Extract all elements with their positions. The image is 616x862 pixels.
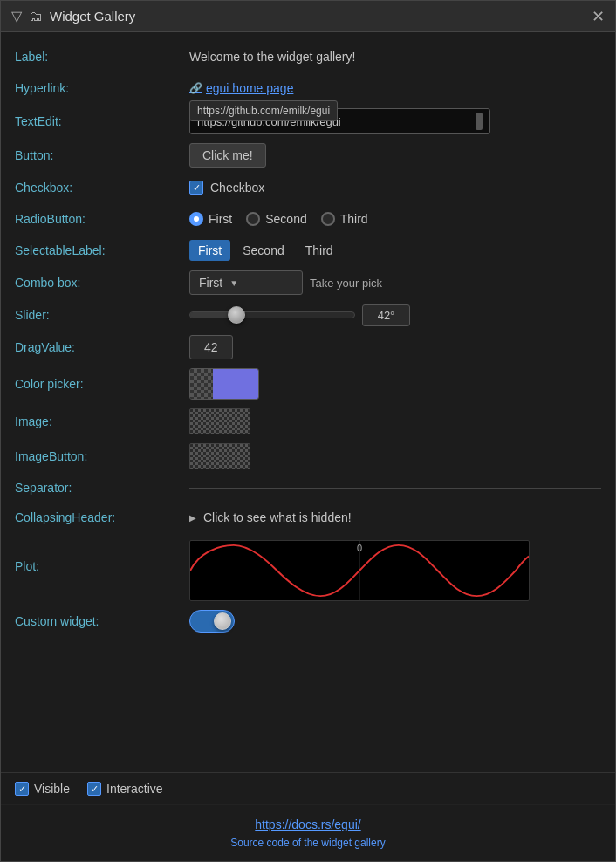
radio-label-third: Third <box>340 212 368 226</box>
hyperlink-wrapper: 🔗 egui home page https://github.com/emil… <box>189 81 293 95</box>
checkbox-label: Checkbox: <box>15 181 189 195</box>
separator-label: Separator: <box>15 481 189 495</box>
button-label: Button: <box>15 148 189 162</box>
plot-area[interactable]: 0 <box>189 540 530 601</box>
hyperlink-link[interactable]: 🔗 egui home page <box>189 81 293 95</box>
plot-value: 0 <box>189 540 601 601</box>
interactive-label: Interactive <box>106 782 163 796</box>
interactive-checkbox-box[interactable]: ✓ <box>87 782 101 796</box>
image-label: Image: <box>15 414 189 428</box>
toggle-thumb <box>214 612 231 630</box>
radio-label-second: Second <box>265 212 306 226</box>
textedit-label: TextEdit: <box>15 114 189 128</box>
image-row: Image: <box>15 404 601 439</box>
visible-checkbox[interactable]: ✓ Visible <box>15 782 70 796</box>
interactive-checkbox[interactable]: ✓ Interactive <box>87 782 163 796</box>
radio-option-third[interactable]: Third <box>321 212 368 226</box>
image-display <box>189 408 250 434</box>
slider-track[interactable] <box>189 311 355 318</box>
window-title: Widget Gallery <box>50 9 135 24</box>
visible-checkbox-box[interactable]: ✓ <box>15 782 29 796</box>
combo-hint-text: Take your pick <box>310 277 382 290</box>
welcome-text: Welcome to the widget gallery! <box>189 50 355 64</box>
combo-box[interactable]: First ▼ <box>189 270 303 295</box>
selectable-label-group: First Second Third <box>189 240 342 261</box>
combo-arrow-icon: ▼ <box>229 278 238 288</box>
collapsing-row: CollapsingHeader: ▶ Click to see what is… <box>15 502 601 533</box>
checkbox-container[interactable]: ✓ Checkbox <box>189 181 264 195</box>
link-icon: 🔗 <box>189 82 202 94</box>
hyperlink-text[interactable]: egui home page <box>206 81 293 95</box>
hyperlink-value: 🔗 egui home page https://github.com/emil… <box>189 81 601 95</box>
dragvalue-field[interactable]: 42 <box>189 335 233 359</box>
docs-link[interactable]: https://docs.rs/egui/ <box>13 818 603 831</box>
radio-label-first: First <box>209 212 232 226</box>
checkbox-checkmark: ✓ <box>193 182 201 194</box>
plot-zero-label: 0 <box>357 543 362 553</box>
color-picker[interactable] <box>189 368 259 400</box>
colorpicker-label: Color picker: <box>15 377 189 391</box>
radio-circle-first[interactable] <box>189 212 203 226</box>
checkbox-value: ✓ Checkbox <box>189 181 601 195</box>
source-link[interactable]: Source code of the widget gallery <box>230 837 385 849</box>
combo-container: First ▼ Take your pick <box>189 270 382 295</box>
separator-row: Separator: <box>15 474 601 502</box>
colorpicker-value <box>189 368 601 400</box>
label-field-label: Label: <box>15 50 189 64</box>
hyperlink-label: Hyperlink: <box>15 81 189 95</box>
custom-widget-row: Custom widget: <box>15 605 601 637</box>
dragvalue-row: DragValue: 42 <box>15 331 601 364</box>
custom-widget-label: Custom widget: <box>15 614 189 628</box>
selectable-second[interactable]: Second <box>234 240 292 261</box>
content-area: Label: Welcome to the widget gallery! Hy… <box>1 32 615 772</box>
radio-circle-second[interactable] <box>246 212 260 226</box>
collapsing-text: Click to see what is hidden! <box>203 510 352 524</box>
colorpicker-row: Color picker: <box>15 364 601 404</box>
radiobutton-row: RadioButton: First Second Third <box>15 203 601 235</box>
toggle-switch[interactable] <box>189 610 235 633</box>
color-checker-pattern <box>190 369 213 399</box>
interactive-checkmark: ✓ <box>91 783 99 795</box>
imagebutton-row: ImageButton: <box>15 439 601 474</box>
title-bar-left: ▽ 🗂 Widget Gallery <box>11 8 135 24</box>
footer-links: https://docs.rs/egui/ Source code of the… <box>1 804 615 861</box>
collapsing-label: CollapsingHeader: <box>15 510 189 524</box>
hyperlink-tooltip: https://github.com/emilk/egui <box>189 100 338 121</box>
imagebutton-label: ImageButton: <box>15 449 189 463</box>
radio-option-first[interactable]: First <box>189 212 232 226</box>
selectable-label-row: SelectableLabel: First Second Third <box>15 235 601 266</box>
button-row: Button: Click me! <box>15 139 601 172</box>
slider-value: 42° <box>189 304 601 326</box>
slider-row: Slider: 42° <box>15 299 601 331</box>
main-window: ▽ 🗂 Widget Gallery ✕ Label: Welcome to t… <box>0 0 616 862</box>
button-value: Click me! <box>189 143 601 168</box>
selectable-label-value: First Second Third <box>189 240 601 261</box>
collapsing-value: ▶ Click to see what is hidden! <box>189 510 601 524</box>
footer-checks: ✓ Visible ✓ Interactive <box>1 772 615 804</box>
radio-option-second[interactable]: Second <box>246 212 306 226</box>
combo-selected-text: First <box>199 276 222 290</box>
slider-display: 42° <box>362 304 410 326</box>
hyperlink-row: Hyperlink: 🔗 egui home page https://gith… <box>15 72 601 104</box>
textedit-scrollbar[interactable] <box>476 113 483 130</box>
slider-label: Slider: <box>15 308 189 322</box>
checkbox-text: Checkbox <box>210 181 264 195</box>
click-me-button[interactable]: Click me! <box>189 143 266 168</box>
toggle-container <box>189 610 235 633</box>
close-button[interactable]: ✕ <box>592 9 605 24</box>
menu-icon[interactable]: ▽ <box>11 8 22 24</box>
plot-label: Plot: <box>15 540 189 573</box>
collapsing-header[interactable]: ▶ Click to see what is hidden! <box>189 510 352 524</box>
radiobutton-label: RadioButton: <box>15 212 189 226</box>
selectable-first[interactable]: First <box>189 240 230 261</box>
dragvalue-label: DragValue: <box>15 340 189 354</box>
selectable-third[interactable]: Third <box>297 240 342 261</box>
image-button[interactable] <box>189 443 250 469</box>
radio-group: First Second Third <box>189 212 368 226</box>
slider-thumb[interactable] <box>228 306 245 324</box>
combobox-row: Combo box: First ▼ Take your pick <box>15 266 601 299</box>
visible-label: Visible <box>34 782 70 796</box>
radio-circle-third[interactable] <box>321 212 335 226</box>
selectable-label-label: SelectableLabel: <box>15 243 189 257</box>
checkbox-box[interactable]: ✓ <box>189 181 203 195</box>
